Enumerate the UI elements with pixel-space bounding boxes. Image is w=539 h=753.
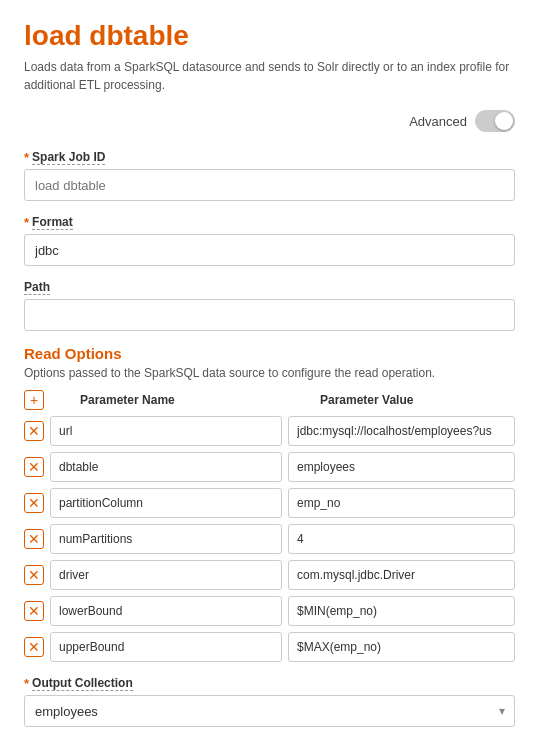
param-row: ✕: [24, 596, 515, 626]
remove-icon: ✕: [28, 567, 40, 583]
remove-param-button[interactable]: ✕: [24, 493, 44, 513]
param-value-input[interactable]: [288, 452, 515, 482]
advanced-label: Advanced: [409, 114, 467, 129]
remove-icon: ✕: [28, 531, 40, 547]
param-row: ✕: [24, 524, 515, 554]
output-collection-group: * Output Collection employeesemployees2t…: [24, 676, 515, 727]
col-header-param-name: Parameter Name: [80, 393, 312, 407]
param-name-input[interactable]: [50, 560, 282, 590]
param-name-input[interactable]: [50, 452, 282, 482]
param-row: ✕: [24, 416, 515, 446]
format-group: * Format: [24, 215, 515, 266]
advanced-row: Advanced: [24, 110, 515, 132]
param-row: ✕: [24, 632, 515, 662]
param-name-input[interactable]: [50, 416, 282, 446]
path-input[interactable]: [24, 299, 515, 331]
param-value-input[interactable]: [288, 596, 515, 626]
param-row: ✕: [24, 452, 515, 482]
remove-param-button[interactable]: ✕: [24, 601, 44, 621]
remove-icon: ✕: [28, 495, 40, 511]
remove-param-button[interactable]: ✕: [24, 637, 44, 657]
read-options-desc: Options passed to the SparkSQL data sour…: [24, 366, 515, 380]
param-value-input[interactable]: [288, 524, 515, 554]
remove-param-button[interactable]: ✕: [24, 457, 44, 477]
param-value-input[interactable]: [288, 560, 515, 590]
param-name-input[interactable]: [50, 596, 282, 626]
read-options-title: Read Options: [24, 345, 515, 362]
param-value-input[interactable]: [288, 488, 515, 518]
remove-icon: ✕: [28, 639, 40, 655]
format-label: * Format: [24, 215, 515, 230]
path-label: Path: [24, 280, 515, 295]
remove-icon: ✕: [28, 423, 40, 439]
remove-icon: ✕: [28, 459, 40, 475]
param-row: ✕: [24, 488, 515, 518]
output-collection-select-wrapper: employeesemployees2test ▾: [24, 695, 515, 727]
param-name-input[interactable]: [50, 632, 282, 662]
remove-param-button[interactable]: ✕: [24, 529, 44, 549]
param-rows: ✕ ✕ ✕ ✕ ✕: [24, 416, 515, 662]
spark-job-id-input[interactable]: [24, 169, 515, 201]
path-group: Path: [24, 280, 515, 331]
page-title: load dbtable: [24, 20, 515, 52]
param-value-input[interactable]: [288, 632, 515, 662]
remove-icon: ✕: [28, 603, 40, 619]
read-options-section: Read Options Options passed to the Spark…: [24, 345, 515, 662]
format-input[interactable]: [24, 234, 515, 266]
output-collection-label: * Output Collection: [24, 676, 515, 691]
col-header-param-value: Parameter Value: [320, 393, 413, 407]
param-name-input[interactable]: [50, 488, 282, 518]
advanced-toggle[interactable]: [475, 110, 515, 132]
toggle-knob: [495, 112, 513, 130]
page-description: Loads data from a SparkSQL datasource an…: [24, 58, 514, 94]
spark-job-id-label: * Spark Job ID: [24, 150, 515, 165]
output-collection-select[interactable]: employeesemployees2test: [24, 695, 515, 727]
param-value-input[interactable]: [288, 416, 515, 446]
output-collection-required: *: [24, 676, 29, 691]
remove-param-button[interactable]: ✕: [24, 565, 44, 585]
add-param-button[interactable]: +: [24, 390, 44, 410]
spark-job-id-group: * Spark Job ID: [24, 150, 515, 201]
col-headers: Parameter Name Parameter Value: [80, 393, 413, 407]
format-required: *: [24, 215, 29, 230]
remove-param-button[interactable]: ✕: [24, 421, 44, 441]
spark-job-id-required: *: [24, 150, 29, 165]
param-row: ✕: [24, 560, 515, 590]
add-icon: +: [30, 392, 38, 408]
param-header: + Parameter Name Parameter Value: [24, 390, 515, 410]
param-name-input[interactable]: [50, 524, 282, 554]
